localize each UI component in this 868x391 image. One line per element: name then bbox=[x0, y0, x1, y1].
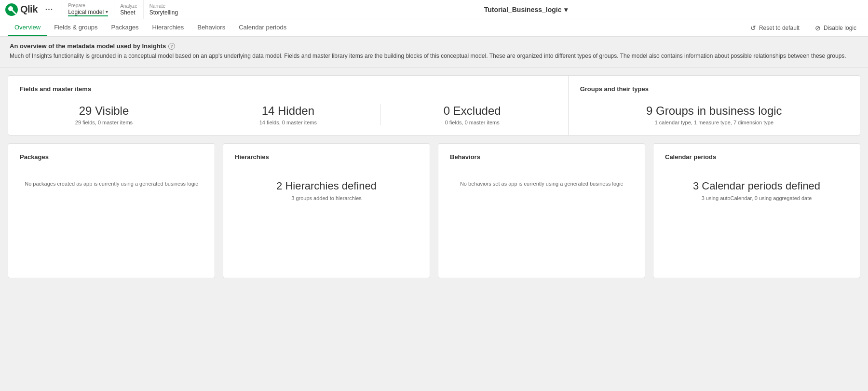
behaviors-title: Behaviors bbox=[450, 153, 633, 161]
groups-card-title: Groups and their types bbox=[580, 85, 848, 93]
tab-packages[interactable]: Packages bbox=[105, 19, 146, 36]
qlik-logo[interactable]: Qlik bbox=[5, 3, 38, 16]
fields-card-title: Fields and master items bbox=[20, 85, 556, 93]
app-title-area: Tutorial_Business_logic ▾ bbox=[184, 0, 868, 19]
analyze-section: Analyze Sheet bbox=[114, 0, 143, 19]
logo-area: Qlik ··· bbox=[0, 0, 62, 19]
prepare-label: Prepare bbox=[68, 3, 108, 9]
app-title-text: Tutorial_Business_logic bbox=[484, 6, 562, 13]
packages-content: No packages created as app is currently … bbox=[20, 180, 203, 188]
visible-metric: 29 Visible 29 fields, 0 master items bbox=[20, 104, 188, 125]
behaviors-card: Behaviors No behaviors set as app is cur… bbox=[438, 143, 645, 278]
behaviors-content: No behaviors set as app is currently usi… bbox=[450, 180, 633, 188]
visible-value: 29 Visible bbox=[79, 104, 129, 118]
more-options-button[interactable]: ··· bbox=[41, 5, 57, 14]
calendar-periods-content: 3 Calendar periods defined 3 using autoC… bbox=[665, 180, 848, 202]
top-navigation-bar: Qlik ··· Prepare Logical model ▾ Analyze… bbox=[0, 0, 868, 19]
disable-icon: ⊘ bbox=[815, 24, 821, 32]
fields-groups-row: Fields and master items 29 Visible 29 fi… bbox=[8, 75, 860, 135]
hidden-sub: 14 fields, 0 master items bbox=[259, 120, 317, 125]
prepare-value[interactable]: Logical model ▾ bbox=[68, 9, 108, 16]
narrate-section: Narrate Storytelling bbox=[143, 0, 184, 19]
fields-metrics: 29 Visible 29 fields, 0 master items 14 … bbox=[20, 104, 556, 125]
hierarchies-card: Hierarchies 2 Hierarchies defined 3 grou… bbox=[223, 143, 430, 278]
tab-overview[interactable]: Overview bbox=[8, 19, 47, 36]
info-banner: An overview of the metadata model used b… bbox=[0, 37, 868, 67]
behaviors-sub: No behaviors set as app is currently usi… bbox=[460, 180, 623, 188]
info-banner-text: Much of Insights functionality is ground… bbox=[10, 52, 858, 60]
excluded-sub: 0 fields, 0 master items bbox=[445, 120, 500, 125]
packages-sub: No packages created as app is currently … bbox=[25, 180, 198, 188]
reset-icon: ↺ bbox=[750, 24, 756, 32]
tab-fields-groups[interactable]: Fields & groups bbox=[47, 19, 104, 36]
disable-logic-button[interactable]: ⊘ Disable logic bbox=[811, 22, 860, 34]
prepare-dropdown-arrow[interactable]: ▾ bbox=[106, 9, 108, 14]
tab-hierarchies[interactable]: Hierarchies bbox=[146, 19, 191, 36]
bottom-cards-row: Packages No packages created as app is c… bbox=[8, 143, 860, 278]
app-title-dropdown-arrow[interactable]: ▾ bbox=[564, 6, 568, 13]
visible-sub: 29 fields, 0 master items bbox=[75, 120, 133, 125]
secondary-navigation: Overview Fields & groups Packages Hierar… bbox=[0, 19, 868, 37]
calendar-periods-value: 3 Calendar periods defined bbox=[693, 180, 820, 192]
qlik-wordmark: Qlik bbox=[20, 4, 38, 15]
hierarchies-title: Hierarchies bbox=[235, 153, 418, 161]
info-banner-title: An overview of the metadata model used b… bbox=[10, 42, 858, 50]
groups-types-card: Groups and their types 9 Groups in busin… bbox=[569, 76, 860, 135]
prepare-section: Prepare Logical model ▾ bbox=[62, 0, 114, 19]
calendar-periods-sub: 3 using autoCalendar, 0 using aggregated… bbox=[702, 194, 812, 202]
info-help-icon[interactable]: ? bbox=[168, 43, 175, 50]
tab-behaviors[interactable]: Behaviors bbox=[190, 19, 232, 36]
groups-sub: 1 calendar type, 1 measure type, 7 dimen… bbox=[655, 120, 773, 125]
analyze-value[interactable]: Sheet bbox=[120, 9, 137, 16]
excluded-value: 0 Excluded bbox=[444, 104, 501, 118]
app-title-button[interactable]: Tutorial_Business_logic ▾ bbox=[484, 6, 568, 13]
fields-master-items-card: Fields and master items 29 Visible 29 fi… bbox=[8, 76, 569, 135]
hidden-value: 14 Hidden bbox=[262, 104, 314, 118]
narrate-label: Narrate bbox=[149, 3, 178, 9]
packages-card: Packages No packages created as app is c… bbox=[8, 143, 215, 278]
hierarchies-sub: 3 groups added to hierarchies bbox=[291, 194, 362, 202]
narrate-value[interactable]: Storytelling bbox=[149, 9, 178, 16]
hidden-metric: 14 Hidden 14 fields, 0 master items bbox=[204, 104, 372, 125]
calendar-periods-title: Calendar periods bbox=[665, 153, 848, 161]
calendar-periods-card: Calendar periods 3 Calendar periods defi… bbox=[653, 143, 860, 278]
hierarchies-content: 2 Hierarchies defined 3 groups added to … bbox=[235, 180, 418, 202]
metric-divider-2 bbox=[380, 104, 380, 125]
tab-calendar-periods[interactable]: Calendar periods bbox=[232, 19, 293, 36]
action-buttons: ↺ Reset to default ⊘ Disable logic bbox=[746, 19, 860, 36]
hierarchies-value: 2 Hierarchies defined bbox=[276, 180, 377, 192]
analyze-label: Analyze bbox=[120, 3, 137, 9]
packages-title: Packages bbox=[20, 153, 203, 161]
excluded-metric: 0 Excluded 0 fields, 0 master items bbox=[388, 104, 556, 125]
reset-to-default-button[interactable]: ↺ Reset to default bbox=[746, 22, 803, 34]
qlik-logo-icon bbox=[5, 3, 18, 16]
metric-divider-1 bbox=[196, 104, 196, 125]
groups-metric: 9 Groups in business logic 1 calendar ty… bbox=[580, 104, 848, 125]
tab-bar: Overview Fields & groups Packages Hierar… bbox=[8, 19, 293, 36]
groups-value: 9 Groups in business logic bbox=[646, 104, 782, 118]
main-content: Fields and master items 29 Visible 29 fi… bbox=[0, 67, 868, 286]
